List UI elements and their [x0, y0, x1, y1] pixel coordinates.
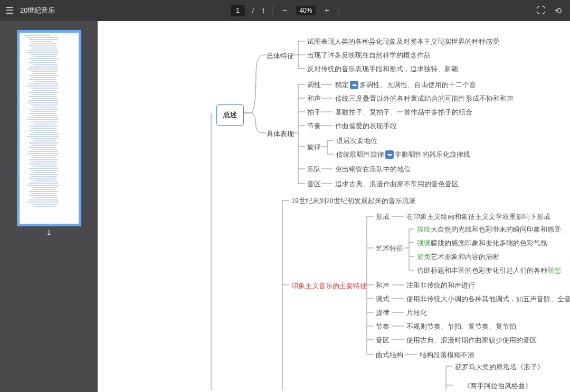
art-line: 避免艺术形象和内容的清晰 [417, 253, 499, 262]
kv-k: 和声 [307, 94, 321, 103]
page-canvas[interactable]: 总述 总体特征 试图表现人类的各种异化现象及对资本主义现实世界的种种感受 出现了… [98, 21, 570, 392]
arrow-right-icon: ➡ [385, 150, 394, 159]
kv-v: 作曲偏爱的表现手段 [335, 122, 397, 131]
zoom-in-button[interactable]: + [322, 6, 331, 15]
menu-icon[interactable]: ☰ [5, 5, 14, 16]
art-line: 强调朦胧的感觉印象和变化多端的色彩气氛 [417, 239, 547, 248]
leaf: 试图表现人类的各种异化现象及对资本主义现实世界的种种感受 [307, 37, 499, 46]
text: 朦胧的感觉印象和变化多端的色彩气氛 [431, 240, 547, 247]
node-concrete: 具体表现 [267, 129, 294, 139]
toolbar-right: ⛶ ⟲ [537, 6, 562, 16]
art-line: 借助标题和丰富的色彩变化引起人们的各种联想 [417, 266, 561, 275]
kv-v: 传统三度叠置以外的各种寰成结合的可能性形成不协和和声 [335, 94, 514, 103]
leaf: 反对传统的音乐表现手段和形式，追求独特、新颖 [307, 65, 458, 74]
zoom-out-button[interactable]: − [280, 6, 289, 15]
kv-v: 使用非传统大小调的各种其他调式，如五声音阶、全音阶 [406, 295, 570, 304]
kv-v: 在印象主义绘画和象征主义文学双重影响下形成 [406, 213, 550, 222]
kw: 强调 [417, 240, 431, 247]
zoom-percent[interactable]: 40% [296, 6, 315, 15]
kv-v: 突出铜管在乐队中的地位 [335, 165, 411, 174]
document-title: 20世纪音乐 [20, 6, 55, 15]
kw: 描绘 [417, 226, 431, 233]
kv-v: 使用古典、浪漫时期作曲家较少使用的音区 [406, 336, 537, 345]
divider [272, 6, 273, 15]
kv-k: 调性 [307, 81, 321, 90]
kv-v: 注重非传统的和声进行 [406, 281, 475, 290]
kv-v: 追求古典、浪漫作曲家不常用的音色音区 [335, 180, 459, 189]
kv-v: 传统歌唱性旋律➡非歌唱性的器乐化旋律线 [336, 150, 470, 159]
page-slash: / [252, 7, 254, 15]
thumbnail-sidebar: 1 [0, 21, 98, 392]
divider [338, 6, 339, 15]
text: 传统歌唱性旋律 [336, 151, 384, 158]
thumbnail-number: 1 [47, 229, 51, 236]
kv-v: 片段化 [406, 309, 427, 318]
page-total: 1 [261, 7, 265, 15]
arrow-right-icon: ➡ [350, 81, 358, 89]
leaf: 出现了许多反映现在自然科学的概念作品 [307, 51, 431, 60]
kv-v: 基数拍子、复拍子、一首作品中多拍子的组合 [335, 108, 472, 117]
kv-k: 旋律 [376, 309, 390, 318]
kv-k: 音区 [307, 180, 321, 189]
kv-k: 音区 [376, 336, 390, 345]
kv-v: 稳定➡多调性、无调性、自由使用的十二个音 [335, 81, 476, 90]
root-node: 总述 [216, 104, 244, 126]
text: 大自然的光线和色彩带来的瞬间印象和感受 [431, 226, 561, 233]
kv-k: 节奏 [376, 322, 390, 331]
rotate-icon[interactable]: ⟲ [555, 6, 562, 16]
kv-k: 拍子 [307, 108, 321, 117]
kw: 联想 [547, 267, 561, 274]
text: 借助标题和丰富的色彩变化引起人们的各种 [417, 267, 547, 274]
kv-k: 调式 [376, 295, 390, 304]
kv-k: 形成 [376, 213, 390, 222]
kv-k: 曲式结构 [376, 351, 403, 360]
kw: 避免 [417, 253, 431, 261]
kv-v: 不规则节奏、节拍、复节奏、复节拍 [406, 322, 516, 331]
work-item: 《两手阿拉伯风格曲》 [463, 382, 532, 391]
page-thumbnail[interactable] [17, 31, 81, 226]
kv-v: 退居次要地位 [336, 137, 377, 146]
text: 艺术形象和内容的清晰 [431, 253, 499, 261]
text: 稳定 [335, 81, 349, 89]
kv-v: 结构段落模糊不清 [420, 351, 474, 360]
kv-k: 艺术特征 [376, 244, 403, 253]
node-overall-features: 总体特征 [267, 51, 294, 61]
work-item: 获罗马大奖的康塔塔《浪子》 [455, 363, 544, 372]
thumb-preview [24, 35, 77, 222]
impression-title: 印象主义音乐的主要特征 [291, 281, 367, 291]
pdf-toolbar: ☰ 20世纪音乐 1 / 1 − 40% + ⛶ ⟲ [0, 0, 570, 21]
impression-intro: 19世纪末到20世纪初发展起来的音乐流派 [291, 197, 416, 206]
kv-k: 乐队 [307, 165, 321, 174]
text: 非歌唱性的器乐化旋律线 [395, 151, 470, 158]
content-area: 1 [0, 21, 570, 392]
art-line: 描绘大自然的光线和色彩带来的瞬间印象和感受 [417, 225, 561, 234]
kv-k: 节奏 [307, 122, 321, 131]
toolbar-center: 1 / 1 − 40% + [231, 5, 339, 16]
kv-k: 旋律 [307, 143, 321, 152]
page-current-input[interactable]: 1 [231, 5, 245, 16]
kv-k: 和声 [376, 281, 390, 290]
fit-page-icon[interactable]: ⛶ [537, 6, 545, 15]
text: 多调性、无调性、自由使用的十二个音 [359, 81, 476, 89]
